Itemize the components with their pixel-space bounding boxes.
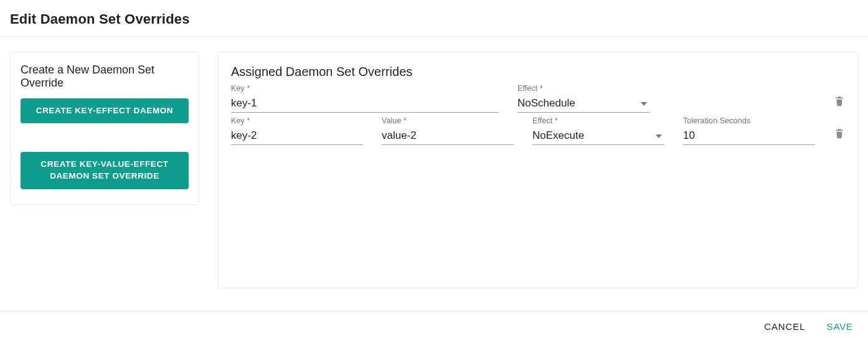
- trash-icon: [834, 132, 845, 141]
- key-label: Key *: [231, 116, 363, 125]
- key-input[interactable]: [231, 94, 499, 113]
- effect-select[interactable]: [517, 94, 649, 113]
- value-label: Value *: [382, 116, 514, 125]
- create-key-effect-button[interactable]: CREATE KEY-EFFECT DAEMON SET OVERRIDE: [21, 98, 189, 123]
- key-label: Key *: [231, 84, 499, 93]
- trash-icon: [834, 100, 845, 109]
- value-input[interactable]: [382, 126, 514, 145]
- assigned-overrides-title: Assigned Daemon Set Overrides: [231, 65, 845, 79]
- toleration-seconds-input[interactable]: [683, 126, 815, 145]
- save-button[interactable]: SAVE: [826, 321, 853, 332]
- create-key-value-effect-button[interactable]: CREATE KEY-VALUE-EFFECT DAEMON SET OVERR…: [21, 152, 189, 189]
- page-header: Edit Daemon Set Overrides: [0, 0, 868, 37]
- footer: CANCEL SAVE: [0, 311, 868, 338]
- override-row: Key * Value * Effect * Toleration Second…: [231, 116, 845, 145]
- cancel-button[interactable]: CANCEL: [764, 321, 805, 332]
- create-override-card: Create a New Daemon Set Override CREATE …: [10, 52, 199, 205]
- delete-override-button[interactable]: [834, 127, 845, 141]
- key-input[interactable]: [231, 126, 363, 145]
- effect-label: Effect *: [517, 84, 649, 93]
- page-title: Edit Daemon Set Overrides: [10, 11, 858, 27]
- override-row: Key * Effect *: [231, 84, 845, 113]
- effect-label: Effect *: [532, 116, 664, 125]
- assigned-overrides-card: Assigned Daemon Set Overrides Key * Effe…: [218, 52, 858, 288]
- toleration-seconds-label: Toleration Seconds: [683, 116, 815, 125]
- effect-select[interactable]: [532, 126, 664, 145]
- create-override-title: Create a New Daemon Set Override: [21, 63, 189, 90]
- delete-override-button[interactable]: [834, 95, 845, 109]
